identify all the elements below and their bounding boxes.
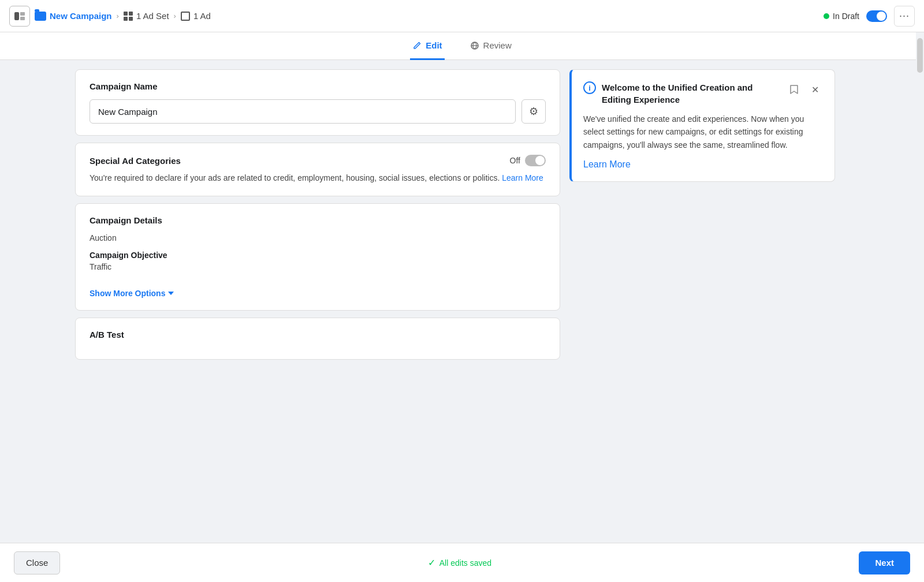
save-status: ✓ All edits saved	[428, 557, 491, 568]
special-ad-description: You're required to declare if your ads a…	[90, 172, 546, 184]
close-icon: ✕	[811, 84, 819, 95]
draft-dot-icon	[824, 13, 829, 19]
tab-edit-label: Edit	[426, 40, 442, 50]
info-panel-header: i Welcome to the Unified Creation and Ed…	[583, 81, 823, 106]
campaign-name-card: Campaign Name ⚙	[75, 69, 560, 136]
special-ad-desc-text: You're required to declare if your ads a…	[90, 173, 500, 182]
next-button[interactable]: Next	[859, 551, 910, 574]
tab-review-label: Review	[483, 40, 512, 50]
svg-rect-2	[20, 17, 25, 20]
more-icon: ···	[899, 10, 910, 22]
campaign-details-card: Campaign Details Auction Campaign Object…	[75, 203, 560, 311]
breadcrumb-campaign-label: New Campaign	[50, 11, 112, 21]
right-column: i Welcome to the Unified Creation and Ed…	[569, 69, 835, 360]
info-bookmark-button[interactable]	[786, 81, 802, 98]
tab-review[interactable]: Review	[468, 32, 514, 60]
campaign-name-input[interactable]	[90, 99, 516, 124]
draft-toggle[interactable]	[866, 10, 887, 22]
sidebar-toggle-button[interactable]	[9, 6, 30, 27]
auction-label: Auction	[90, 233, 546, 242]
save-status-label: All edits saved	[439, 558, 491, 568]
draft-status: In Draft	[824, 12, 859, 21]
ab-test-title: A/B Test	[90, 330, 546, 339]
breadcrumb-nav: New Campaign › 1 Ad Set › 1 Ad	[35, 11, 211, 21]
special-ad-learn-more-link[interactable]: Learn More	[502, 173, 543, 182]
chevron-down-icon	[168, 292, 174, 295]
campaign-objective-value: Traffic	[90, 262, 546, 271]
top-bar: New Campaign › 1 Ad Set › 1 Ad In Draft …	[0, 0, 924, 32]
breadcrumb-sep-2: ›	[174, 12, 176, 20]
special-ad-header: Special Ad Categories Off	[90, 155, 546, 166]
breadcrumb-adset-label: 1 Ad Set	[136, 11, 169, 21]
review-icon	[470, 41, 479, 50]
info-panel-body: We've unified the create and edit experi…	[583, 113, 823, 151]
adset-icon	[124, 12, 133, 21]
special-ad-toggle-label: Off	[510, 156, 520, 165]
campaign-name-input-row: ⚙	[90, 99, 546, 124]
show-more-options-button[interactable]: Show More Options	[90, 289, 174, 298]
breadcrumb: New Campaign › 1 Ad Set › 1 Ad	[9, 6, 819, 27]
info-icon: i	[583, 81, 596, 94]
breadcrumb-sep-1: ›	[117, 12, 119, 20]
main-content: Campaign Name ⚙ Special Ad Categories Of…	[64, 60, 860, 417]
close-button[interactable]: Close	[14, 551, 60, 574]
folder-icon	[35, 12, 46, 21]
campaign-name-title: Campaign Name	[90, 81, 546, 91]
gear-icon: ⚙	[529, 105, 538, 118]
ad-icon	[181, 12, 190, 21]
breadcrumb-adset[interactable]: 1 Ad Set	[124, 11, 169, 21]
bookmark-icon	[789, 84, 799, 95]
more-options-button[interactable]: ···	[894, 6, 915, 27]
tab-edit[interactable]: Edit	[410, 32, 444, 60]
info-close-button[interactable]: ✕	[807, 81, 823, 98]
special-ad-toggle-row: Off	[510, 155, 546, 166]
tab-bar: Edit Review	[0, 32, 924, 60]
campaign-details-title: Campaign Details	[90, 215, 546, 225]
left-column: Campaign Name ⚙ Special Ad Categories Of…	[75, 69, 560, 360]
draft-status-label: In Draft	[833, 12, 859, 21]
scrollbar-track[interactable]	[916, 32, 924, 543]
top-bar-right: In Draft ···	[824, 6, 915, 27]
info-panel: i Welcome to the Unified Creation and Ed…	[569, 69, 835, 182]
special-ad-categories-card: Special Ad Categories Off You're require…	[75, 143, 560, 196]
info-panel-title: Welcome to the Unified Creation and Edit…	[602, 81, 780, 106]
bottom-bar: Close ✓ All edits saved Next	[0, 543, 924, 582]
ab-test-card: A/B Test	[75, 318, 560, 360]
breadcrumb-ad-label: 1 Ad	[193, 11, 211, 21]
special-ad-toggle[interactable]	[525, 155, 546, 166]
breadcrumb-ad[interactable]: 1 Ad	[181, 11, 211, 21]
show-more-label: Show More Options	[90, 289, 165, 298]
breadcrumb-campaign[interactable]: New Campaign	[35, 11, 112, 21]
info-panel-actions: ✕	[786, 81, 823, 98]
scrollbar-thumb[interactable]	[917, 38, 923, 73]
info-learn-more-link[interactable]: Learn More	[583, 159, 631, 169]
campaign-objective-title: Campaign Objective	[90, 251, 546, 260]
edit-icon	[412, 41, 422, 50]
campaign-settings-button[interactable]: ⚙	[521, 99, 546, 124]
special-ad-title: Special Ad Categories	[90, 156, 181, 166]
svg-rect-0	[14, 12, 19, 20]
svg-rect-1	[20, 12, 25, 16]
checkmark-icon: ✓	[428, 557, 435, 568]
